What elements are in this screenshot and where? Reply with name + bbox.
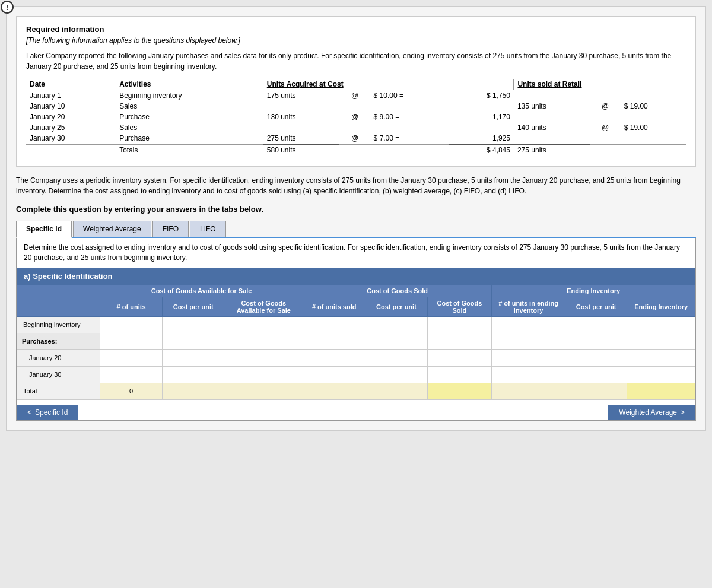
input-jan20-ending-inv[interactable]	[631, 354, 691, 361]
input-jan20-cost[interactable]	[166, 354, 220, 361]
cell-bi-sold-units[interactable]	[303, 316, 365, 333]
input-jan30-ending-cost[interactable]	[569, 371, 623, 378]
input-bi-ending-cost[interactable]	[569, 321, 623, 328]
cell-total-cost[interactable]	[163, 383, 224, 399]
cell-jan20-sold-units[interactable]	[303, 349, 365, 366]
cell-at	[590, 144, 620, 155]
input-jan30-cost[interactable]	[166, 371, 220, 378]
cell-at: @	[339, 90, 370, 101]
input-jan20-ending-units[interactable]	[495, 354, 561, 361]
cell-retail	[621, 112, 686, 122]
instruction-text: Complete this question by entering your …	[16, 205, 696, 214]
input-total-avail[interactable]	[228, 387, 299, 395]
input-jan20-avail[interactable]	[228, 354, 299, 361]
input-total-cogs[interactable]	[431, 387, 488, 395]
cell-jan30-sold-cost[interactable]	[365, 366, 427, 383]
input-jan30-sold-cost[interactable]	[369, 371, 423, 378]
input-jan30-cogs[interactable]	[431, 371, 488, 378]
cell-sold-at	[590, 90, 620, 101]
input-bi-ending-units[interactable]	[495, 321, 561, 328]
label-beginning: Beginning inventory	[17, 316, 100, 333]
input-bi-units[interactable]	[104, 321, 158, 328]
input-total-ending-units[interactable]	[495, 387, 561, 395]
input-total-ending-cost[interactable]	[569, 387, 623, 395]
cell-jan30-cost[interactable]	[163, 366, 224, 383]
cell-total-ending-inv[interactable]	[627, 383, 695, 399]
cell-cost: $ 7.00 =	[370, 133, 449, 144]
input-jan30-ending-inv[interactable]	[631, 371, 691, 378]
cell-total-sold-units[interactable]	[303, 383, 365, 399]
cell-bi-ending-units[interactable]	[492, 316, 565, 333]
table-row: January 25 Sales 140 units @ $ 19.00	[26, 122, 686, 133]
cell-total-cogs[interactable]	[427, 383, 492, 399]
tab-specific-id-label: Specific Id	[26, 225, 62, 233]
input-jan20-units[interactable]	[104, 354, 158, 361]
cell-bi-units[interactable]	[100, 316, 163, 333]
input-bi-ending-inv[interactable]	[631, 321, 691, 328]
input-bi-cost[interactable]	[166, 321, 220, 328]
cell-jan20-ending-cost[interactable]	[565, 349, 627, 366]
cell-jan20-cost[interactable]	[163, 349, 224, 366]
cell-jan30-units[interactable]	[100, 366, 163, 383]
input-jan30-avail[interactable]	[228, 371, 299, 378]
tab-weighted-average[interactable]: Weighted Average	[73, 221, 151, 237]
cell-units: 175 units	[263, 90, 340, 101]
cell-total-ending-units[interactable]	[492, 383, 565, 399]
cell-jan20-ending-units[interactable]	[492, 349, 565, 366]
input-bi-cogs[interactable]	[431, 321, 488, 328]
cell-bi-sold-cost[interactable]	[365, 316, 427, 333]
input-jan30-sold-units[interactable]	[307, 371, 361, 378]
input-bi-sold-units[interactable]	[307, 321, 361, 328]
input-jan20-cogs[interactable]	[431, 354, 488, 361]
cell-total	[449, 101, 514, 112]
cell-jan30-avail[interactable]	[224, 366, 303, 383]
input-total-sold-units[interactable]	[307, 387, 361, 395]
cell-date: January 10	[26, 101, 116, 112]
cell-total-sold-cost[interactable]	[365, 383, 427, 399]
tab-fifo-label: FIFO	[163, 225, 179, 233]
cell-jan20-cogs[interactable]	[427, 349, 492, 366]
prev-button[interactable]: Specific Id	[17, 405, 78, 420]
cell-total-units[interactable]	[100, 383, 163, 399]
input-total-units[interactable]	[104, 387, 158, 395]
tab-lifo[interactable]: LIFO	[190, 221, 226, 237]
input-bi-avail[interactable]	[228, 321, 299, 328]
cell-jan30-ending-units[interactable]	[492, 366, 565, 383]
label-jan20: January 20	[17, 349, 100, 366]
cell-total-ending-cost[interactable]	[565, 383, 627, 399]
cell-jan20-sold-cost[interactable]	[365, 349, 427, 366]
tab-fifo[interactable]: FIFO	[152, 221, 189, 237]
input-total-ending-inv[interactable]	[631, 387, 691, 395]
tab-content: Determine the cost assigned to ending in…	[16, 238, 696, 421]
input-jan30-ending-units[interactable]	[495, 371, 561, 378]
cell-jan20-units[interactable]	[100, 349, 163, 366]
input-jan20-sold-units[interactable]	[307, 354, 361, 361]
next-label: Weighted Average	[619, 408, 677, 417]
cell-retail	[621, 144, 686, 155]
cell-jan20-avail[interactable]	[224, 349, 303, 366]
next-button[interactable]: Weighted Average	[608, 405, 695, 420]
cell-bi-ending-inv[interactable]	[627, 316, 695, 333]
cell-jan30-sold-units[interactable]	[303, 366, 365, 383]
cell-jan30-ending-inv[interactable]	[627, 366, 695, 383]
input-jan30-units[interactable]	[104, 371, 158, 378]
cell-bi-cogs[interactable]	[427, 316, 492, 333]
cell-bi-cost[interactable]	[163, 316, 224, 333]
input-total-cost[interactable]	[166, 387, 220, 395]
col-cost-avail: Cost of Goods Available for Sale	[224, 297, 303, 316]
table-row: January 10 Sales 135 units @ $ 19.00	[26, 101, 686, 112]
cell-bi-ending-cost[interactable]	[565, 316, 627, 333]
cell-empty	[163, 333, 224, 349]
input-total-sold-cost[interactable]	[369, 387, 423, 395]
tab-specific-id[interactable]: Specific Id	[16, 221, 72, 238]
input-jan20-ending-cost[interactable]	[569, 354, 623, 361]
cell-jan30-ending-cost[interactable]	[565, 366, 627, 383]
cell-jan20-ending-inv[interactable]	[627, 349, 695, 366]
cell-bi-avail[interactable]	[224, 316, 303, 333]
input-bi-sold-cost[interactable]	[369, 321, 423, 328]
cell-total-avail[interactable]	[224, 383, 303, 399]
cell-jan30-cogs[interactable]	[427, 366, 492, 383]
input-jan20-sold-cost[interactable]	[369, 354, 423, 361]
data-table: Date Activities Units Acquired at Cost U…	[26, 79, 686, 155]
tab-lifo-label: LIFO	[200, 225, 216, 233]
